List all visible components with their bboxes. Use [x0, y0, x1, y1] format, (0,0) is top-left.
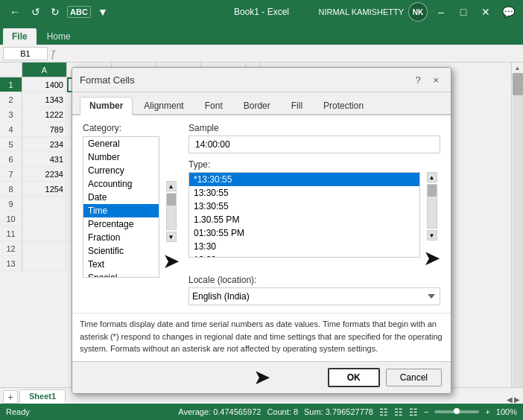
category-label: Category:: [83, 123, 180, 133]
ok-button[interactable]: OK: [328, 368, 380, 387]
dialog-help-button[interactable]: ?: [411, 72, 425, 87]
back-icon[interactable]: ←: [6, 4, 24, 20]
dialog-title: Format Cells: [80, 74, 135, 86]
list-item[interactable]: General: [83, 137, 159, 150]
list-item[interactable]: Accounting: [83, 177, 159, 191]
title-bar: ← ↺ ↻ ABC ▼ Book1 - Excel NIRMAL KAMISHE…: [0, 0, 523, 24]
feedback-icon[interactable]: 💬: [499, 4, 517, 20]
list-item[interactable]: Currency: [83, 164, 159, 177]
locale-dropdown[interactable]: English (India) English (US) English (UK…: [188, 287, 440, 305]
ribbon: File Home: [0, 24, 523, 45]
minimize-icon[interactable]: –: [432, 4, 450, 20]
user-avatar[interactable]: NK: [408, 2, 428, 22]
user-name: NIRMAL KAMISHETTY: [319, 7, 405, 16]
redo-icon[interactable]: ↻: [46, 4, 64, 20]
dialog-controls: ? ×: [411, 72, 443, 87]
close-icon[interactable]: ✕: [477, 4, 495, 20]
title-bar-right: NIRMAL KAMISHETTY NK – □ ✕ 💬: [319, 2, 518, 22]
type-list[interactable]: *13:30:55 13:30:55 13:30:55 1.30.55 PM 0…: [188, 172, 420, 258]
type-scroll-down-icon[interactable]: ▼: [427, 230, 437, 241]
ok-arrow-indicator: ➤: [253, 367, 270, 388]
undo-redo-group: ↺ ↻: [27, 4, 64, 20]
list-item[interactable]: Text: [83, 258, 159, 271]
locale-section: Locale (location): English (India) Engli…: [188, 275, 440, 305]
undo-icon[interactable]: ↺: [27, 4, 45, 20]
list-item[interactable]: 13:30: [189, 253, 419, 258]
tab-home[interactable]: Home: [38, 28, 80, 45]
list-item[interactable]: 1.30.55 PM: [189, 213, 419, 226]
format-cells-dialog: Format Cells ? × Number Alignment Font B…: [72, 67, 451, 394]
cat-scroll-track[interactable]: [166, 193, 177, 230]
category-section: Category: General Number Currency Accoun…: [83, 123, 180, 305]
dialog-footer: ➤ OK Cancel: [72, 361, 451, 393]
sample-section: Sample 14:00:00: [188, 123, 440, 153]
tab-alignment[interactable]: Alignment: [134, 97, 193, 114]
description-text: Time formats display date and time seria…: [72, 313, 451, 361]
excel-area: ƒ A B C D E J 1 2 3 4 5: [0, 45, 523, 420]
right-panel: Sample 14:00:00 Type: *13:30:55 13:30:55…: [188, 123, 440, 305]
list-item[interactable]: 13:30:55: [189, 200, 419, 213]
list-item[interactable]: Special: [83, 271, 159, 278]
type-arrow-indicator: ➤: [423, 248, 440, 269]
dialog-tabs: Number Alignment Font Border Fill Protec…: [72, 92, 451, 115]
dialog-title-bar: Format Cells ? ×: [72, 68, 451, 92]
list-item[interactable]: *13:30:55: [189, 173, 419, 186]
locale-label: Locale (location):: [188, 275, 440, 285]
list-item[interactable]: Date: [83, 191, 159, 204]
list-item[interactable]: 01:30:55 PM: [189, 226, 419, 240]
list-item[interactable]: 13:30:55: [189, 186, 419, 200]
sample-label: Sample: [188, 123, 440, 133]
sample-value: 14:00:00: [188, 136, 440, 153]
cat-scroll-down-icon[interactable]: ▼: [166, 232, 177, 242]
tab-font[interactable]: Font: [195, 97, 232, 114]
tab-border[interactable]: Border: [234, 97, 280, 114]
cat-scroll-thumb[interactable]: [167, 194, 176, 206]
list-item[interactable]: Scientific: [83, 244, 159, 258]
list-item[interactable]: 13:30: [189, 240, 419, 253]
dialog-body: Category: General Number Currency Accoun…: [72, 115, 451, 313]
dialog-close-button[interactable]: ×: [428, 72, 443, 87]
type-label: Type:: [188, 159, 440, 170]
abc-icon: ABC: [67, 6, 91, 18]
restore-icon[interactable]: □: [454, 4, 472, 20]
cat-scroll-up-icon[interactable]: ▲: [166, 181, 177, 191]
title-bar-left: ← ↺ ↻ ABC ▼: [6, 4, 112, 20]
category-arrow-indicator: ➤: [162, 251, 180, 272]
category-list[interactable]: General Number Currency Accounting Date …: [83, 136, 159, 278]
list-item[interactable]: Fraction: [83, 231, 159, 244]
tab-number[interactable]: Number: [80, 97, 133, 115]
cancel-button[interactable]: Cancel: [386, 369, 442, 386]
list-item[interactable]: Number: [83, 150, 159, 164]
list-item-time[interactable]: Time: [83, 204, 159, 217]
list-item[interactable]: Percentage: [83, 217, 159, 231]
type-scroll-track[interactable]: [427, 184, 437, 229]
workbook-title: Book1 - Excel: [234, 7, 289, 17]
tab-protection[interactable]: Protection: [314, 97, 373, 114]
type-scroll-thumb[interactable]: [428, 185, 437, 197]
customize-icon[interactable]: ▼: [94, 4, 112, 20]
dialog-overlay: Format Cells ? × Number Alignment Font B…: [0, 45, 523, 420]
tab-file[interactable]: File: [3, 28, 37, 45]
type-scroll-up-icon[interactable]: ▲: [427, 172, 437, 182]
tab-fill[interactable]: Fill: [282, 97, 312, 114]
type-section: Type: *13:30:55 13:30:55 13:30:55 1.30.5…: [188, 159, 440, 269]
